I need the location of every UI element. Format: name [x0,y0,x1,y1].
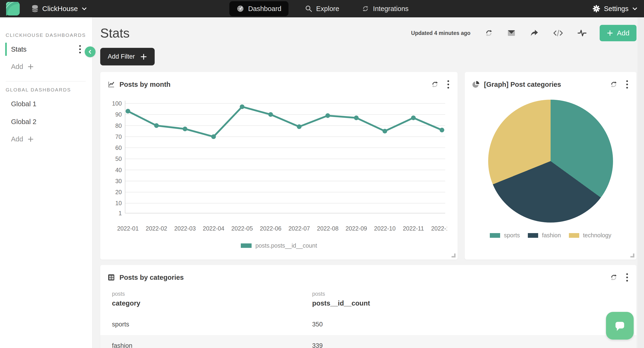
svg-text:60: 60 [115,144,122,151]
column-field-label: posts__id__count [312,300,625,314]
table-cell: 339 [312,342,625,348]
pie-legend-item[interactable]: sports [490,232,520,239]
refresh-icon [431,80,439,88]
main-nav: Dashboard Explore Integrations [229,1,415,16]
table-row: sports350 [100,314,636,335]
database-icon [31,4,39,13]
sidebar-collapse-button[interactable] [85,46,96,57]
refresh-icon [485,29,493,37]
card-menu-button[interactable] [625,78,630,90]
chevron-down-icon [632,6,638,12]
svg-text:2022-09: 2022-09 [346,225,367,232]
svg-text:2022-12: 2022-12 [431,225,447,232]
svg-text:2022-10: 2022-10 [374,225,396,232]
refresh-icon [610,273,618,281]
resize-handle[interactable] [452,254,456,258]
sidebar-divider [6,81,86,81]
chat-launcher-button[interactable] [606,312,634,340]
tab-explore[interactable]: Explore [299,1,345,16]
card-menu-button[interactable] [446,78,450,90]
legend-swatch [528,233,538,238]
card-title: [Graph] Post categories [484,81,561,88]
brand: ClickHouse [6,2,87,15]
card-title: Posts by categories [120,274,184,281]
pie-chart-legend: sportsfashiontechnology [490,232,612,239]
table-cell: sports [112,321,312,328]
share-button[interactable] [529,28,540,38]
svg-text:2022-06: 2022-06 [260,225,282,232]
svg-text:100: 100 [112,100,122,107]
card-menu-button[interactable] [625,272,630,283]
sidebar-item-stats[interactable]: Stats [0,40,92,58]
embed-code-button[interactable] [552,28,564,38]
legend-item[interactable]: posts.posts__id__count [241,242,317,249]
tab-integrations[interactable]: Integrations [356,1,415,16]
chat-bubble-icon [612,319,627,333]
add-widget-label: Add [617,29,630,37]
gear-icon [592,4,600,13]
pie-chart-card: [Graph] Post categories [465,72,636,260]
legend-swatch [490,233,500,238]
search-icon [305,5,312,12]
add-filter-button[interactable]: Add Filter [100,48,155,65]
pie-legend-item[interactable]: technology [569,232,612,239]
card-refresh-button[interactable] [430,79,440,89]
svg-text:10: 10 [115,200,122,206]
add-widget-button[interactable]: Add [600,25,636,41]
table-cell: 350 [312,321,625,328]
table-column-header[interactable]: postsposts__id__count [312,291,625,314]
sidebar-item-label: Global 1 [11,100,36,108]
tab-label: Explore [316,5,339,13]
kebab-menu-icon [447,79,450,89]
card-refresh-button[interactable] [609,273,619,282]
chevron-down-icon [81,6,87,12]
svg-text:2022-05: 2022-05 [232,225,253,232]
page-title: Stats [100,25,130,40]
table-header-row: postscategorypostsposts__id__count [100,288,636,314]
workspace-switcher[interactable]: ClickHouse [31,4,87,13]
pie-chart [488,100,613,223]
tab-dashboard[interactable]: Dashboard [229,1,288,16]
sidebar-item-global-1[interactable]: Global 1 [0,95,92,113]
kebab-menu-icon[interactable] [78,44,82,54]
svg-text:2022-02: 2022-02 [146,225,167,232]
refresh-button[interactable] [484,28,494,38]
pie-legend-item[interactable]: fashion [528,232,561,239]
table-column-header[interactable]: postscategory [112,291,312,314]
gauge-icon [236,5,244,13]
sidebar-item-global-2[interactable]: Global 2 [0,113,92,131]
legend-swatch [569,233,579,238]
sidebar: CLICKHOUSE DASHBOARDS Stats Add GLOBAL D… [0,17,92,348]
tab-label: Dashboard [248,5,282,13]
share-arrow-icon [530,29,539,37]
scrollbar-track[interactable] [638,17,644,348]
sidebar-section-title: CLICKHOUSE DASHBOARDS [6,32,92,38]
email-report-button[interactable] [506,28,517,38]
resize-handle[interactable] [630,254,634,258]
svg-text:80: 80 [115,122,122,129]
svg-text:90: 90 [115,111,122,118]
app-logo-icon[interactable] [6,2,20,15]
main-content: Stats Updated 4 minutes ago [92,17,644,348]
plus-icon [607,30,613,36]
sync-icon [362,5,369,12]
svg-text:2022-04: 2022-04 [203,225,224,232]
sidebar-section-title: GLOBAL DASHBOARDS [6,87,92,93]
legend-label: sports [504,232,520,239]
svg-text:30: 30 [115,178,122,184]
add-label: Add [11,63,23,71]
add-dashboard-button[interactable]: Add [0,58,92,75]
column-group-label: posts [312,291,625,297]
kebab-menu-icon [626,273,628,282]
add-global-dashboard-button[interactable]: Add [0,131,92,147]
line-chart-icon [107,80,115,88]
svg-text:1: 1 [118,210,122,216]
card-refresh-button[interactable] [609,79,619,89]
svg-text:40: 40 [115,167,122,173]
svg-text:20: 20 [115,189,122,195]
table-cell: fashion [112,342,312,348]
table-card: Posts by categories [100,265,636,348]
dashboard-toolbar: Updated 4 minutes ago [411,25,636,41]
settings-menu[interactable]: Settings [592,4,638,13]
activity-button[interactable] [576,28,588,38]
